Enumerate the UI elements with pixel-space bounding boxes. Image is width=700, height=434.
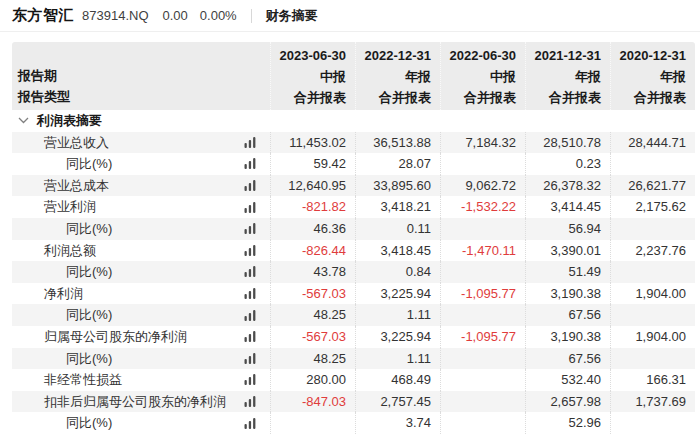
chevron-down-icon[interactable] [18,117,30,124]
value-cell: -847.03 [270,391,355,413]
section-title: 利润表摘要 [37,112,102,130]
value-cell: 1,904.00 [610,283,695,305]
column-report_type: 合并报表 [611,87,686,108]
value-cell: 59.42 [270,153,355,175]
row-label-cell: 同比(%) [12,218,270,240]
bar-chart-icon[interactable] [244,223,256,234]
value-cell: 36,513.88 [355,132,440,154]
value-cell: 48.25 [270,348,355,370]
value-cell: -567.03 [270,283,355,305]
row-label: 扣非后归属母公司股东的净利润 [44,391,226,413]
bar-chart-icon[interactable] [244,137,256,148]
bar-chart-icon[interactable] [244,245,256,256]
column-period: 中报 [441,66,516,87]
section-header-income-statement[interactable]: 利润表摘要 [12,110,695,132]
row-label-cell: 净利润 [12,283,270,305]
value-cell: 46.36 [270,218,355,240]
bar-chart-icon[interactable] [244,396,256,407]
table-row: 同比(%)48.251.1167.56 [12,304,695,326]
stock-price: 0.00 [163,8,188,23]
bar-chart-icon[interactable] [244,418,256,429]
value-cell: 2,237.76 [610,240,695,262]
column-date: 2021-12-31 [526,45,601,66]
period-column-header: 2020-12-31年报合并报表 [610,42,695,110]
table-row: 同比(%)3.7452.96 [12,412,695,434]
row-label: 营业总成本 [44,175,109,197]
bar-chart-icon[interactable] [244,374,256,385]
table-row: 同比(%)43.780.8451.49 [12,261,695,283]
value-cell: 3.74 [355,412,440,434]
value-cell: 468.49 [355,369,440,391]
row-label-cell: 同比(%) [12,412,270,434]
value-cell [440,261,525,283]
row-label: 营业总收入 [44,132,109,154]
bar-chart-icon[interactable] [244,202,256,213]
tab-financial-summary[interactable]: 财务摘要 [266,7,318,25]
table-row: 同比(%)59.4228.070.23 [12,153,695,175]
row-label: 同比(%) [66,348,112,370]
value-cell [440,369,525,391]
row-label-cell: 同比(%) [12,261,270,283]
row-label: 营业利润 [44,196,96,218]
bar-chart-icon[interactable] [244,310,256,321]
period-column-header: 2022-06-30中报合并报表 [440,42,525,110]
column-period: 年报 [526,66,601,87]
value-cell: 3,390.01 [525,240,610,262]
value-cell: -1,532.22 [440,196,525,218]
value-cell [440,304,525,326]
value-cell: 43.78 [270,261,355,283]
column-period: 年报 [356,66,431,87]
row-label-cell: 扣非后归属母公司股东的净利润 [12,391,270,413]
value-cell: -1,470.11 [440,240,525,262]
table-row: 同比(%)48.251.1167.56 [12,348,695,370]
value-cell: 9,062.72 [440,175,525,197]
value-cell: 3,414.45 [525,196,610,218]
value-cell: -821.82 [270,196,355,218]
value-cell: 0.23 [525,153,610,175]
value-cell: 1,904.00 [610,326,695,348]
bar-chart-icon[interactable] [244,353,256,364]
bar-chart-icon[interactable] [244,266,256,277]
value-cell: 28,444.71 [610,132,695,154]
value-cell: 28,510.78 [525,132,610,154]
row-label: 利润总额 [44,240,96,262]
value-cell [440,391,525,413]
value-cell: 33,895.60 [355,175,440,197]
value-cell [440,218,525,240]
value-cell: 280.00 [270,369,355,391]
period-column-header: 2021-12-31年报合并报表 [525,42,610,110]
value-cell [270,412,355,434]
bar-chart-icon[interactable] [244,158,256,169]
column-period: 中报 [271,66,346,87]
table-header: 报告期 报告类型 2023-06-30中报合并报表2022-12-31年报合并报… [12,42,695,110]
value-cell: -567.03 [270,326,355,348]
value-cell [610,304,695,326]
value-cell [610,348,695,370]
row-label: 同比(%) [66,153,112,175]
column-report_type: 合并报表 [271,87,346,108]
row-label-cell: 归属母公司股东的净利润 [12,326,270,348]
bar-chart-icon[interactable] [244,180,256,191]
bar-chart-icon[interactable] [244,288,256,299]
value-cell: 1,737.69 [610,391,695,413]
column-date: 2022-06-30 [441,45,516,66]
period-column-header: 2022-12-31年报合并报表 [355,42,440,110]
bar-chart-icon[interactable] [244,331,256,342]
stock-code: 873914.NQ [82,8,149,23]
row-label-cell: 营业总收入 [12,132,270,154]
value-cell: 1.11 [355,304,440,326]
value-cell: 28.07 [355,153,440,175]
value-cell: 26,621.77 [610,175,695,197]
row-label: 同比(%) [66,261,112,283]
stock-name: 东方智汇 [12,6,74,25]
value-cell: 11,453.02 [270,132,355,154]
table-row: 营业总成本12,640.9533,895.609,062.7226,378.32… [12,175,695,197]
table-row: 同比(%)46.360.1156.94 [12,218,695,240]
column-report_type: 合并报表 [526,87,601,108]
value-cell: 2,175.62 [610,196,695,218]
column-date: 2023-06-30 [271,45,346,66]
row-label: 非经常性损益 [44,369,122,391]
period-column-header: 2023-06-30中报合并报表 [270,42,355,110]
value-cell: 7,184.32 [440,132,525,154]
value-cell: 1.11 [355,348,440,370]
